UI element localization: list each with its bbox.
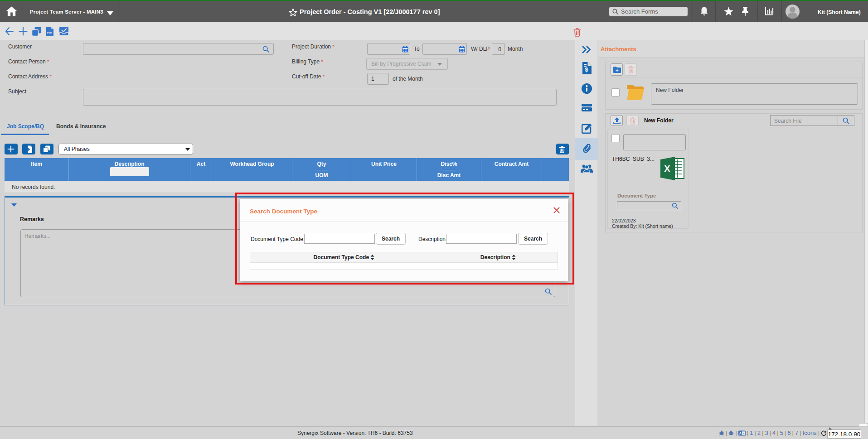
svg-text:PDF: PDF [47,31,53,34]
svg-text:Z: Z [742,431,744,434]
svg-text:$: $ [585,66,588,73]
svg-text:X: X [664,164,670,174]
svg-text:A: A [739,431,742,435]
